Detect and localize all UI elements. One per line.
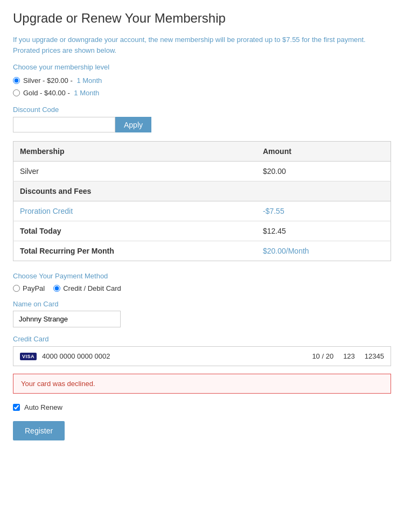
credit-card-box[interactable]: VISA 4000 0000 0000 0002 10 / 20 123 123… [13, 346, 391, 366]
row-label: Silver [13, 162, 256, 181]
row-label: Total Recurring Per Month [13, 241, 256, 261]
silver-radio[interactable] [13, 77, 20, 84]
silver-option[interactable]: Silver - $20.00 - 1 Month [13, 76, 391, 85]
credit-card-option[interactable]: Credit / Debit Card [53, 284, 121, 292]
discount-code-label: Discount Code [13, 106, 391, 114]
row-label: Total Today [13, 221, 256, 241]
discount-code-input[interactable] [13, 117, 115, 132]
row-value: $20.00 [256, 162, 391, 181]
card-number: 4000 0000 0000 0002 [42, 352, 302, 360]
card-cvv: 123 [343, 352, 355, 360]
row-label: Proration Credit [13, 201, 256, 221]
col-amount-header: Amount [256, 142, 391, 162]
page-title: Upgrade or Renew Your Membership [13, 11, 391, 26]
gold-option[interactable]: Gold - $40.00 - 1 Month [13, 89, 391, 97]
visa-badge: VISA [20, 353, 37, 360]
row-value: $12.45 [256, 221, 391, 241]
paypal-label: PayPal [23, 284, 45, 292]
credit-card-section-label: Credit Card [13, 335, 391, 343]
row-value: -$7.55 [256, 201, 391, 221]
payment-method-title: Choose Your Payment Method [13, 272, 391, 280]
credit-card-radio[interactable] [53, 285, 60, 292]
table-row: Total Today $12.45 [13, 221, 391, 241]
info-text: If you upgrade or downgrade your account… [13, 34, 391, 55]
name-on-card-input[interactable] [13, 311, 121, 327]
name-on-card-label: Name on Card [13, 300, 391, 308]
col-membership-header: Membership [13, 142, 256, 162]
apply-button[interactable]: Apply [115, 117, 151, 132]
row-value: $20.00/Month [256, 241, 391, 261]
choose-membership-label: Choose your membership level [13, 63, 391, 71]
summary-table: Membership Amount Silver $20.00 Discount… [13, 141, 391, 261]
section-header-label: Discounts and Fees [13, 181, 391, 201]
paypal-radio[interactable] [13, 285, 20, 292]
gold-radio[interactable] [13, 89, 20, 96]
register-button[interactable]: Register [13, 421, 65, 440]
auto-renew-label[interactable]: Auto Renew [24, 403, 62, 411]
table-row: Proration Credit -$7.55 [13, 201, 391, 221]
auto-renew-checkbox[interactable] [13, 404, 20, 411]
table-row: Discounts and Fees [13, 181, 391, 201]
payment-methods: PayPal Credit / Debit Card [13, 284, 391, 292]
table-row: Total Recurring Per Month $20.00/Month [13, 241, 391, 261]
silver-label[interactable]: Silver - $20.00 - 1 Month [23, 76, 102, 85]
card-zip: 12345 [365, 352, 384, 360]
credit-card-label-text: Credit / Debit Card [63, 284, 121, 292]
table-row: Silver $20.00 [13, 162, 391, 181]
gold-label[interactable]: Gold - $40.00 - 1 Month [23, 89, 99, 97]
card-expiry: 10 / 20 [312, 352, 333, 360]
paypal-option[interactable]: PayPal [13, 284, 45, 292]
auto-renew-row[interactable]: Auto Renew [13, 403, 391, 411]
error-message: Your card was declined. [13, 374, 391, 394]
